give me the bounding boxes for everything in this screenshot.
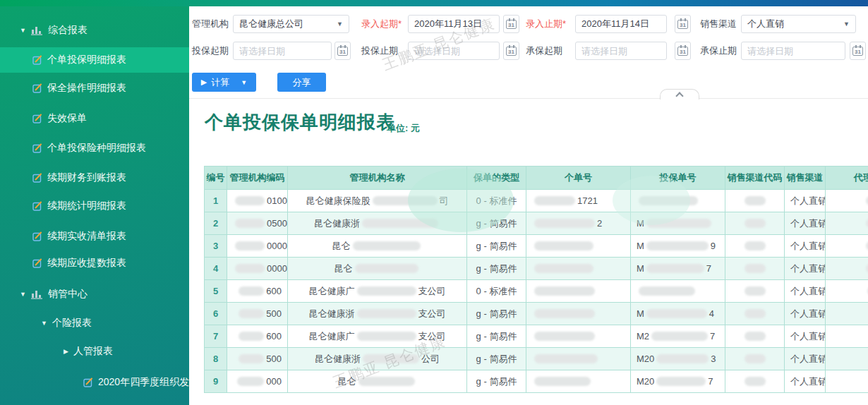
apply-end-label: 投保止期 xyxy=(361,42,398,60)
note-icon xyxy=(32,83,42,93)
table-row[interactable]: 7600昆仑健康广支公司g - 简易件M27个人直销100 xyxy=(205,325,868,348)
entry-end-calendar-button[interactable] xyxy=(675,15,691,33)
sidebar-item[interactable]: 个单投保险种明细报表 xyxy=(0,137,189,159)
cell-application-no: M xyxy=(631,212,725,235)
cell-text: 500 xyxy=(266,308,282,319)
main-content: 管理机构 昆仑健康总公司 ▼ 录入起期* 录入止期* 销售渠道 个人直销 ▼ 投… xyxy=(189,6,868,405)
table-row[interactable]: 9000昆仑g - 简易件M207个人直销100 xyxy=(205,370,868,393)
redacted-blur xyxy=(646,264,704,273)
redacted-blur xyxy=(745,219,766,228)
redacted-blur xyxy=(745,354,766,363)
apply-start-calendar-button[interactable] xyxy=(334,42,351,60)
chevron-up-icon xyxy=(675,92,683,99)
table-row[interactable]: 10100昆仑健康保险股司0 - 标准件1721个人直销0100 xyxy=(205,190,868,212)
table-row[interactable]: 20500昆仑健康浙g - 简易件2M个人直销5100 xyxy=(205,212,868,235)
redacted-blur xyxy=(646,309,707,318)
org-select-value: 昆仑健康总公司 xyxy=(239,18,303,30)
column-header: 编号 xyxy=(205,167,227,190)
sidebar-item[interactable]: ▶人管报表 xyxy=(0,340,189,363)
cell-policy-no: 2 xyxy=(526,212,631,235)
cell-channel-code xyxy=(725,280,785,303)
cell-agent-code: 0100 xyxy=(826,258,868,280)
table-row[interactable]: 30000昆仑g - 简易件M9个人直销0100 xyxy=(205,235,868,258)
org-select[interactable]: 昆仑健康总公司 ▼ xyxy=(233,15,349,33)
sidebar-item[interactable]: ▼个险报表 xyxy=(0,312,189,334)
cell-text: 支公司 xyxy=(418,286,446,296)
note-icon xyxy=(32,143,42,153)
sidebar-nav: ▼综合报表个单投保明细报表保全操作明细报表失效保单个单投保险种明细报表续期财务到… xyxy=(0,6,189,405)
column-header: 管理机构编码 xyxy=(227,167,288,190)
sidebar-item[interactable]: 保全操作明细报表 xyxy=(0,77,189,99)
cell-text: 0500 xyxy=(267,218,287,229)
cell-application-no: M7 xyxy=(631,258,725,280)
sidebar-item-label: 个单投保险种明细报表 xyxy=(47,142,146,155)
cell-no: 6 xyxy=(205,303,227,325)
sidebar-item[interactable]: ▼销管中心 xyxy=(0,283,189,306)
sidebar-item[interactable]: 续期应收提数报表 xyxy=(0,252,189,274)
share-button[interactable]: 分享 xyxy=(277,73,326,92)
table-row[interactable]: 8500昆仑健康浙公司g - 简易件M203个人直销100 xyxy=(205,348,868,370)
apply-start-date-input[interactable] xyxy=(233,42,332,60)
cell-text: 昆仑健康浙 xyxy=(315,353,361,364)
sidebar-item[interactable]: 个单投保明细报表 xyxy=(0,47,189,73)
redacted-blur xyxy=(357,309,416,318)
cell-policy-type: g - 简易件 xyxy=(467,325,526,348)
table-row[interactable]: 6500昆仑健康浙支公司g - 简易件M4个人直销100 xyxy=(205,303,868,325)
sidebar-item[interactable]: 2020年四季度组织发展 xyxy=(0,371,189,394)
caret-right-icon: ▶ xyxy=(64,348,68,355)
redacted-blur xyxy=(235,196,265,205)
column-header: 销售渠道 xyxy=(785,167,826,190)
table-row[interactable]: 40000昆仑g - 简易件M7个人直销0100 xyxy=(205,258,868,280)
chevron-down-icon[interactable]: ▼ xyxy=(241,79,247,86)
redacted-blur xyxy=(362,219,438,228)
sidebar-item[interactable]: 续期财务到账报表 xyxy=(0,167,189,189)
cell-text: 9 xyxy=(711,241,716,251)
calculate-button[interactable]: ▶ 计算 ▼ xyxy=(192,73,256,92)
cell-policy-no xyxy=(526,348,631,370)
cell-org-name: 昆仑 xyxy=(288,370,467,393)
cell-agent-code: 100 xyxy=(826,303,868,325)
sidebar-item-label: 续期实收清单报表 xyxy=(47,230,126,243)
apply-end-date-input[interactable] xyxy=(408,42,500,60)
cell-channel: 个人直销 xyxy=(785,280,826,303)
calendar-icon xyxy=(337,47,348,56)
redacted-blur xyxy=(534,196,575,205)
cell-channel-code xyxy=(725,370,785,393)
accept-end-date-input[interactable] xyxy=(741,42,845,60)
cell-text: 4 xyxy=(709,308,714,319)
entry-end-date-input[interactable] xyxy=(575,15,667,33)
sidebar-item[interactable]: 续期统计明细报表 xyxy=(0,195,189,217)
cell-org-code: 600 xyxy=(227,280,288,303)
cell-no: 1 xyxy=(205,190,227,212)
cell-org-code: 0500 xyxy=(227,212,288,235)
accept-start-date-input[interactable] xyxy=(575,42,667,60)
redacted-blur xyxy=(235,241,265,250)
accept-start-calendar-button[interactable] xyxy=(675,42,691,60)
column-header: 代理人 xyxy=(826,167,868,190)
cell-policy-type: g - 简易件 xyxy=(467,235,526,258)
caret-down-icon: ▼ xyxy=(20,27,26,34)
cell-text: 500 xyxy=(266,353,282,364)
note-icon xyxy=(32,231,42,241)
table-row[interactable]: 5600昆仑健康广支公司0 - 标准件个人直销5100 xyxy=(205,280,868,303)
sidebar-item-label: 2020年四季度组织发展 xyxy=(98,376,189,389)
cell-channel-code xyxy=(725,235,785,258)
sidebar-item[interactable]: ▼综合报表 xyxy=(0,19,189,42)
channel-select[interactable]: 个人直销 ▼ xyxy=(741,15,856,33)
sidebar-item[interactable]: 失效保单 xyxy=(0,107,189,130)
collapse-filter-tab[interactable] xyxy=(660,89,699,99)
redacted-blur xyxy=(651,332,708,341)
bar-chart-icon xyxy=(31,25,43,35)
cell-text: 昆仑 xyxy=(334,263,353,274)
cell-text: 昆仑健康保险股 xyxy=(306,195,370,206)
cell-policy-type: g - 简易件 xyxy=(467,258,526,280)
accept-end-calendar-button[interactable] xyxy=(850,42,866,60)
redacted-blur xyxy=(656,377,706,386)
apply-end-calendar-button[interactable] xyxy=(503,42,519,60)
cell-channel-code xyxy=(725,325,785,348)
entry-start-calendar-button[interactable] xyxy=(503,15,519,33)
sidebar-item[interactable]: 续期实收清单报表 xyxy=(0,225,189,248)
accept-end-label: 承保止期 xyxy=(700,42,737,60)
entry-start-date-input[interactable] xyxy=(408,15,500,33)
app-window: ▼综合报表个单投保明细报表保全操作明细报表失效保单个单投保险种明细报表续期财务到… xyxy=(0,0,868,405)
